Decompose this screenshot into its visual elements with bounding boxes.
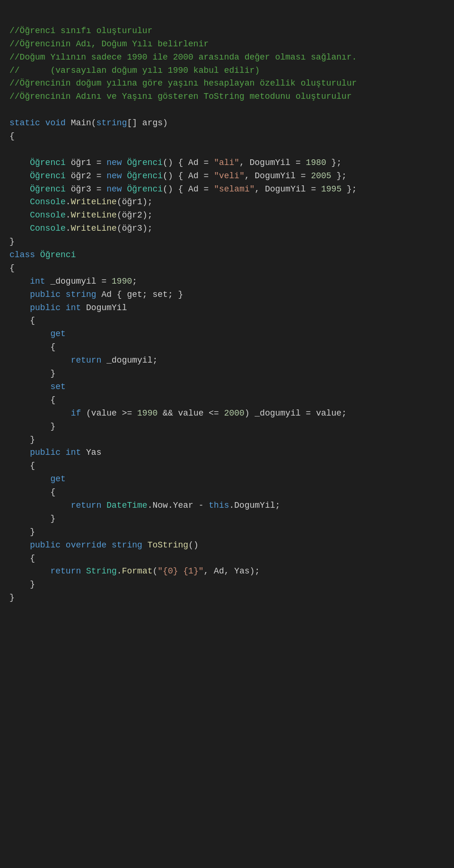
code-token: 2000 [224, 408, 244, 418]
code-line: Console.WriteLine(öğr3); [9, 222, 445, 235]
code-token: get [9, 329, 66, 339]
code-line: { [9, 262, 445, 275]
code-token: DogumYil [81, 303, 127, 312]
code-line: } [9, 512, 445, 526]
code-token: } [9, 422, 55, 431]
code-token: ) _dogumyil = value; [244, 408, 347, 418]
code-line: //Öğrenci sınıfı oluşturulur [9, 25, 445, 38]
code-line: } [9, 526, 445, 539]
code-token: Yas [81, 448, 101, 457]
code-token: 1990 [112, 277, 132, 286]
code-token [9, 197, 30, 207]
code-token: Öğrenci [30, 171, 66, 181]
code-token: ToString [148, 540, 188, 550]
code-token: (öğr2); [117, 210, 153, 220]
code-token: . [117, 566, 122, 576]
code-token: }; [332, 171, 347, 181]
code-token [9, 184, 30, 194]
code-token: string [66, 290, 96, 299]
code-token: public [30, 303, 61, 312]
code-token: { [9, 342, 55, 352]
code-token: 2005 [311, 171, 331, 181]
code-token: "ali" [214, 158, 239, 167]
code-token: return [50, 566, 81, 576]
code-token [81, 566, 86, 576]
code-token: } [9, 514, 55, 523]
code-token: DateTime [106, 501, 147, 510]
code-token: , DogumYil = [239, 158, 306, 167]
code-token: return [71, 501, 102, 510]
code-token: this [209, 501, 229, 510]
code-token: Öğrenci [127, 171, 163, 181]
code-token: int [66, 448, 81, 457]
code-token: WriteLine [71, 210, 117, 220]
code-line: } [9, 235, 445, 249]
code-token: { [9, 554, 35, 563]
code-token: new [106, 171, 122, 181]
code-token [122, 184, 127, 194]
code-token: Öğrenci [30, 158, 66, 167]
code-token: Ad { get; set; } [96, 290, 183, 299]
code-token: class [9, 250, 35, 260]
code-line: class Öğrenci [9, 249, 445, 262]
code-token: public [30, 290, 61, 299]
code-line: } [9, 420, 445, 434]
code-line: } [9, 434, 445, 447]
code-token: // (varsayılan doğum yılı 1990 kabul edi… [9, 66, 260, 75]
code-token: ( [152, 566, 157, 576]
code-token: //Öğrencinin Adını ve Yaşını gösteren To… [9, 92, 352, 101]
code-token [61, 540, 66, 550]
code-editor: //Öğrenci sınıfı oluşturulur//Öğrencinin… [9, 11, 445, 605]
code-token [40, 118, 45, 128]
code-line [9, 104, 445, 117]
code-token: 1980 [306, 158, 326, 167]
code-line: static void Main(string[] args) [9, 117, 445, 130]
code-token: "selami" [214, 184, 254, 194]
code-line: public override string ToString() [9, 539, 445, 552]
code-token [9, 356, 71, 365]
code-line: if (value >= 1990 && value <= 2000) _dog… [9, 407, 445, 420]
code-line: { [9, 130, 445, 143]
code-token: 1990 [137, 408, 157, 418]
code-token: { [9, 395, 55, 405]
code-token [9, 303, 30, 312]
code-token: () { Ad = [163, 158, 214, 167]
code-token: (öğr3); [117, 224, 153, 233]
code-token: { [9, 461, 35, 470]
code-token [9, 171, 30, 181]
code-token: öğr1 = [66, 158, 106, 167]
code-token: } [9, 369, 55, 378]
code-token [9, 224, 30, 233]
code-token: WriteLine [71, 224, 117, 233]
code-token: 1995 [321, 184, 341, 194]
code-line: return String.Format("{0} {1}", Ad, Yas)… [9, 565, 445, 578]
code-token: return [71, 356, 102, 365]
code-line: Console.WriteLine(öğr2); [9, 209, 445, 222]
code-token: Main( [66, 118, 96, 128]
code-token: _dogumyil; [101, 356, 157, 365]
code-token: (öğr1); [117, 197, 153, 207]
code-token: Öğrenci [127, 158, 163, 167]
code-token: new [106, 184, 122, 194]
code-token: }; [341, 184, 357, 194]
code-line: public int Yas [9, 446, 445, 460]
code-token: } [9, 580, 35, 589]
code-token: Format [122, 566, 153, 576]
code-token [101, 501, 106, 510]
code-token [9, 408, 71, 418]
code-token: { [9, 263, 15, 273]
code-token: public [30, 448, 61, 457]
code-token [9, 501, 71, 510]
code-token [9, 210, 30, 220]
code-token: }; [326, 158, 341, 167]
code-token [9, 158, 30, 167]
code-token: Öğrenci [40, 250, 76, 260]
code-line: } [9, 578, 445, 591]
code-token: string [96, 118, 127, 128]
code-token [9, 290, 30, 299]
code-line: get [9, 328, 445, 341]
code-token: ; [132, 277, 137, 286]
code-token [9, 566, 50, 576]
code-token: Console [30, 210, 66, 220]
code-token: () { Ad = [163, 184, 214, 194]
